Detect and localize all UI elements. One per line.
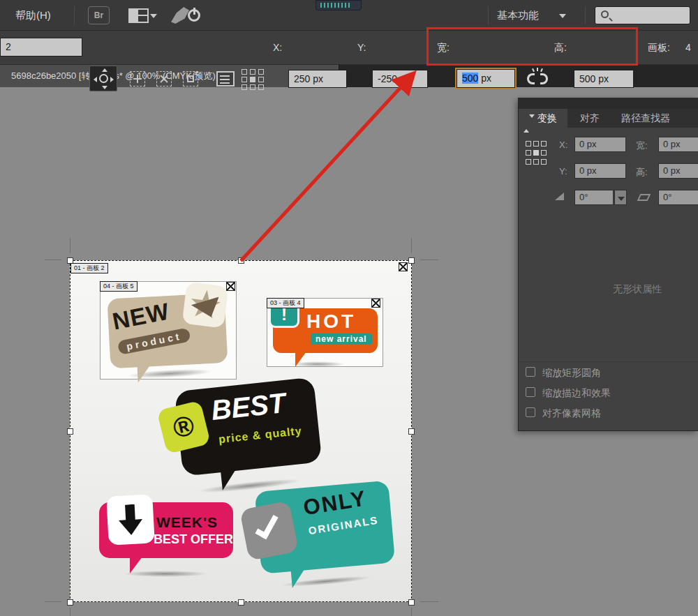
selection-handle-s[interactable] — [238, 599, 244, 606]
menubar-separator — [585, 6, 586, 24]
badge-title: WEEK'S — [156, 514, 218, 531]
search-icon — [601, 10, 609, 18]
delete-artboard-button[interactable] — [156, 71, 172, 87]
crop-mark — [70, 608, 70, 616]
selection-handle-sw[interactable] — [67, 599, 73, 606]
checkmark-icon — [255, 511, 278, 539]
artboard-options-button[interactable] — [216, 71, 235, 87]
panel-x-field[interactable]: 0 px — [574, 137, 626, 152]
add-artboard-button[interactable] — [130, 71, 145, 87]
rocket-body-icon — [171, 7, 189, 24]
panel-w-field[interactable]: 0 px — [658, 137, 698, 152]
illustrator-window: 帮助(H) Br 基本功能 2 — [0, 0, 698, 616]
selection-handle-se[interactable] — [408, 599, 415, 606]
constrain-proportions-icon[interactable] — [527, 70, 548, 87]
artboard-name-field[interactable]: 2 — [0, 38, 82, 57]
rotate-angle-icon — [555, 193, 564, 200]
transform-panel: 变换 对齐 路径查找器 X: 0 px 宽: 0 px Y: 0 px 高: 0… — [518, 98, 698, 431]
star-tile — [182, 282, 229, 329]
crop-mark — [411, 238, 412, 253]
nested-artboard-button[interactable] — [183, 71, 198, 87]
badge-weeks-best-offer[interactable]: WEEK'S BEST OFFER — [98, 495, 237, 579]
scale-corners-checkbox[interactable] — [526, 367, 535, 377]
selection-handle-n[interactable] — [238, 257, 244, 264]
artboard-count-value: 4 — [685, 31, 691, 65]
tab-pathfinder[interactable]: 路径查找器 — [611, 109, 681, 128]
workspace-dropdown-caret-icon[interactable] — [559, 14, 566, 18]
badge-title: HOT — [306, 310, 356, 333]
bubble-tail — [130, 557, 142, 573]
rotate-field[interactable]: 0° — [574, 190, 614, 205]
badge-subtitle: new arrival — [311, 333, 372, 345]
badge-subtitle: BEST OFFER — [154, 532, 233, 547]
down-arrow-icon — [118, 504, 143, 536]
panel-tab-bar: 变换 对齐 路径查找器 — [519, 109, 698, 128]
panel-h-label: 高: — [636, 166, 648, 179]
sub-artboard5-tag: 04 - 画板 5 — [100, 281, 138, 292]
shear-field[interactable]: 0° — [658, 190, 698, 205]
align-pixel-grid-checkbox[interactable] — [526, 407, 535, 417]
width-field[interactable]: 500 px — [456, 69, 515, 88]
height-field[interactable]: 500 px — [574, 70, 634, 88]
artboard-count-label: 画板: — [648, 31, 670, 65]
crop-mark — [45, 601, 61, 602]
selection-handle-ne[interactable] — [408, 257, 415, 264]
bubble-tail — [221, 469, 238, 490]
tab-transform[interactable]: 变换 — [519, 109, 567, 128]
reference-grid-icon[interactable] — [242, 69, 265, 90]
badge-only-originals[interactable]: ONLY ORIGINALS — [240, 471, 406, 592]
move-artboard-button[interactable] — [89, 66, 117, 91]
scale-corners-label: 缩放矩形圆角 — [542, 367, 601, 378]
align-pixel-grid-label: 对齐像素网格 — [542, 407, 601, 419]
tab-align[interactable]: 对齐 — [574, 109, 605, 128]
artboard-tag: 01 - 画板 2 — [70, 263, 108, 273]
reference-point-grid[interactable] — [526, 141, 548, 169]
badge-new-product[interactable]: NEW product — [103, 281, 237, 382]
crop-mark — [411, 608, 412, 616]
panel-y-field[interactable]: 0 px — [574, 163, 626, 179]
annotation-highlight-rect — [426, 27, 638, 66]
panel-y-label: Y: — [559, 166, 567, 176]
y-field[interactable]: -250 px — [372, 70, 428, 88]
bridge-button[interactable]: Br — [88, 6, 110, 24]
menubar-separator — [488, 6, 489, 24]
rotate-dropdown-button[interactable] — [614, 190, 627, 205]
panel-x-label: X: — [559, 140, 567, 150]
panel-divider — [519, 361, 698, 362]
menu-bar: 帮助(H) Br 基本功能 — [0, 0, 698, 31]
search-input[interactable] — [595, 6, 690, 24]
move-icon — [99, 74, 108, 83]
selection-handle-e[interactable] — [408, 428, 415, 435]
sub-artboard4-delete-icon[interactable] — [371, 299, 380, 308]
y-label: Y: — [357, 31, 366, 65]
panel-collapse-icon[interactable] — [524, 114, 535, 133]
inner-square-icon — [187, 75, 194, 82]
bubble-tail — [295, 352, 306, 367]
x-field[interactable]: 250 px — [288, 70, 347, 88]
check-tile — [239, 501, 299, 561]
width-unit: px — [481, 73, 491, 84]
activity-meter-widget — [315, 0, 362, 10]
bubble-tail — [137, 363, 151, 382]
arrow-tile — [106, 494, 155, 545]
menubar-separator — [74, 6, 75, 24]
width-selected-text: 500 — [462, 73, 478, 84]
artboard-delete-icon[interactable] — [399, 262, 408, 271]
layout-dropdown-caret-icon[interactable] — [150, 14, 157, 18]
scale-strokes-label: 缩放描边和效果 — [542, 387, 611, 398]
workspace-switcher[interactable]: 基本功能 — [497, 0, 539, 31]
selection-handle-w[interactable] — [67, 428, 73, 435]
arrange-documents-icon[interactable] — [128, 8, 149, 23]
panel-h-field[interactable]: 0 px — [658, 163, 698, 179]
menu-help[interactable]: 帮助(H) — [15, 0, 51, 31]
tab-transform-label: 变换 — [537, 112, 557, 123]
badge-hot-new-arrival[interactable]: ! HOT new arrival — [270, 301, 380, 368]
crop-mark — [420, 601, 438, 602]
rocket-icon[interactable] — [170, 6, 200, 26]
panel-w-label: 宽: — [636, 140, 648, 152]
crop-mark — [45, 260, 61, 260]
activity-meter-bars — [320, 3, 351, 8]
scale-strokes-checkbox[interactable] — [526, 387, 535, 397]
panel-drag-bar[interactable] — [519, 98, 698, 109]
sub-artboard5-delete-icon[interactable] — [226, 282, 235, 291]
